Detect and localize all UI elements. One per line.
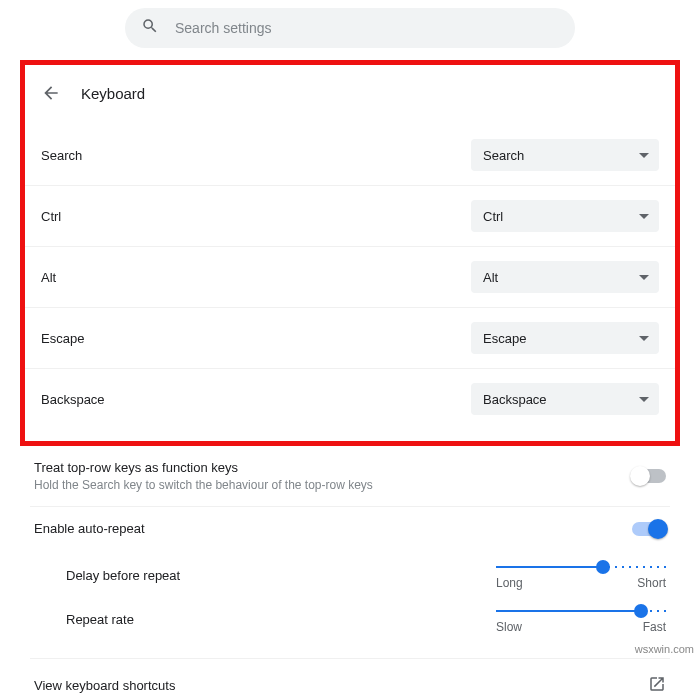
watermark: wsxwin.com	[635, 643, 694, 655]
rate-right-label: Fast	[643, 620, 666, 634]
key-remap-row-search: SearchSearch	[25, 125, 675, 185]
keyboard-remap-section: Keyboard SearchSearchCtrlCtrlAltAltEscap…	[20, 60, 680, 446]
search-icon	[141, 17, 159, 39]
rate-left-label: Slow	[496, 620, 522, 634]
key-select-backspace[interactable]: Backspace	[471, 383, 659, 415]
key-select-search[interactable]: Search	[471, 139, 659, 171]
dropdown-triangle-icon	[639, 214, 649, 219]
toprow-subtitle: Hold the Search key to switch the behavi…	[34, 478, 373, 492]
rate-label: Repeat rate	[34, 610, 134, 627]
key-remap-row-alt: AltAlt	[25, 246, 675, 307]
key-select-value: Search	[483, 148, 524, 163]
rate-slider[interactable]	[496, 610, 666, 612]
key-select-escape[interactable]: Escape	[471, 322, 659, 354]
delay-label: Delay before repeat	[34, 566, 180, 583]
key-label: Alt	[41, 270, 56, 285]
key-label: Ctrl	[41, 209, 61, 224]
key-select-value: Backspace	[483, 392, 547, 407]
dropdown-triangle-icon	[639, 397, 649, 402]
shortcuts-label: View keyboard shortcuts	[34, 678, 175, 693]
key-select-ctrl[interactable]: Ctrl	[471, 200, 659, 232]
key-select-value: Escape	[483, 331, 526, 346]
search-input[interactable]	[173, 19, 559, 37]
open-in-new-icon	[648, 675, 666, 696]
page-title: Keyboard	[81, 85, 145, 102]
key-label: Backspace	[41, 392, 105, 407]
autorepeat-title: Enable auto-repeat	[34, 521, 145, 536]
delay-right-label: Short	[637, 576, 666, 590]
view-keyboard-shortcuts-row[interactable]: View keyboard shortcuts	[30, 659, 670, 697]
key-remap-row-ctrl: CtrlCtrl	[25, 185, 675, 246]
key-label: Search	[41, 148, 82, 163]
delay-left-label: Long	[496, 576, 523, 590]
enable-auto-repeat-row[interactable]: Enable auto-repeat	[30, 507, 670, 550]
treat-top-row-keys-row[interactable]: Treat top-row keys as function keys Hold…	[30, 446, 670, 507]
toprow-toggle[interactable]	[632, 469, 666, 483]
key-select-alt[interactable]: Alt	[471, 261, 659, 293]
key-select-value: Ctrl	[483, 209, 503, 224]
key-remap-row-backspace: BackspaceBackspace	[25, 368, 675, 429]
rate-slider-thumb[interactable]	[634, 604, 648, 618]
toprow-title: Treat top-row keys as function keys	[34, 460, 373, 475]
key-select-value: Alt	[483, 270, 498, 285]
search-settings-bar[interactable]	[125, 8, 575, 48]
dropdown-triangle-icon	[639, 153, 649, 158]
autorepeat-toggle[interactable]	[632, 522, 666, 536]
delay-slider-thumb[interactable]	[596, 560, 610, 574]
dropdown-triangle-icon	[639, 336, 649, 341]
key-remap-row-escape: EscapeEscape	[25, 307, 675, 368]
back-button[interactable]	[39, 81, 63, 105]
delay-slider[interactable]	[496, 566, 666, 568]
dropdown-triangle-icon	[639, 275, 649, 280]
key-label: Escape	[41, 331, 84, 346]
